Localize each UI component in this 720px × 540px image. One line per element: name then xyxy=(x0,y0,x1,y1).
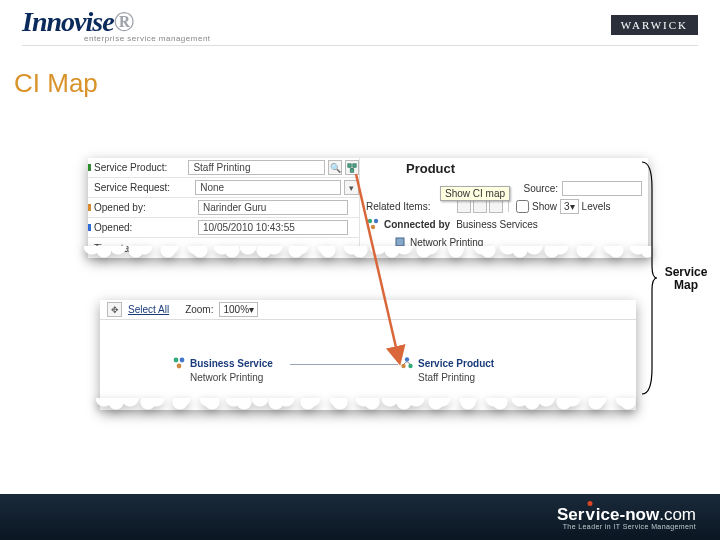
label-opened: Opened: xyxy=(94,222,132,233)
map-icon[interactable] xyxy=(489,199,503,213)
right-panel-title: Product xyxy=(366,158,648,179)
label-service-request: Service Request: xyxy=(94,182,170,193)
svg-point-4 xyxy=(374,219,378,223)
connected-icon xyxy=(366,217,380,231)
label-timestamp: Timestamp: xyxy=(94,243,146,254)
label-opened-by: Opened by: xyxy=(94,202,146,213)
service-product-icon xyxy=(400,356,414,370)
tooltip-show-ci-map: Show CI map xyxy=(440,186,510,201)
svg-point-8 xyxy=(180,358,185,363)
subnode-link[interactable]: Network Printing xyxy=(410,237,483,248)
show-checkbox[interactable] xyxy=(516,200,529,213)
svg-rect-0 xyxy=(348,163,351,166)
business-service-icon xyxy=(172,356,186,370)
tree-icon[interactable] xyxy=(473,199,487,213)
svg-point-12 xyxy=(408,364,412,368)
node-icon xyxy=(394,236,406,248)
field-service-product[interactable]: Staff Printing xyxy=(188,160,325,175)
levels-select[interactable]: 3 ▾ xyxy=(560,199,579,214)
connected-value[interactable]: Business Services xyxy=(456,219,538,230)
node-business-service[interactable]: Business Service Network Printing xyxy=(172,356,273,383)
warwick-badge: WARWICK xyxy=(611,15,698,35)
label-levels: Levels xyxy=(582,201,611,212)
form-screenshot: Service Product: Staff Printing 🔍 Servic… xyxy=(88,158,648,258)
field-source[interactable] xyxy=(562,181,642,196)
label-zoom: Zoom: xyxy=(185,304,213,315)
slide-header: Innovise® enterprise service management … xyxy=(0,0,720,45)
field-opened-by[interactable]: Narinder Guru xyxy=(198,200,348,215)
node-service-product-sub: Staff Printing xyxy=(418,372,494,383)
svg-point-7 xyxy=(174,358,179,363)
relation-line xyxy=(290,364,398,365)
svg-rect-6 xyxy=(396,238,404,246)
map-screenshot: ✥ Select All Zoom: 100% ▾ Business Servi… xyxy=(100,300,636,410)
zoom-select[interactable]: 100% ▾ xyxy=(219,302,258,317)
label-connected-by: Connected by xyxy=(384,219,450,230)
cursor-icon[interactable]: ✥ xyxy=(107,302,122,317)
svg-point-9 xyxy=(177,364,182,369)
node-service-product[interactable]: Service Product Staff Printing xyxy=(400,356,494,383)
label-show: Show xyxy=(532,201,557,212)
label-service-product: Service Product: xyxy=(94,162,167,173)
svg-point-5 xyxy=(371,225,375,229)
field-service-request[interactable]: None xyxy=(195,180,341,195)
field-opened[interactable]: 10/05/2010 10:43:55 xyxy=(198,220,348,235)
search-icon[interactable]: 🔍 xyxy=(328,160,342,175)
innovise-logo: Innovise® enterprise service management xyxy=(22,6,211,43)
list-icon[interactable] xyxy=(457,199,471,213)
select-all-link[interactable]: Select All xyxy=(128,304,169,315)
node-business-service-sub: Network Printing xyxy=(190,372,273,383)
slide-footer: Service-now.com The Leader in IT Service… xyxy=(0,494,720,540)
svg-rect-1 xyxy=(353,163,356,166)
servicenow-logo: Service-now.com xyxy=(557,505,696,524)
svg-point-10 xyxy=(405,357,409,361)
dropdown-icon[interactable]: ▾ xyxy=(344,180,359,195)
svg-point-11 xyxy=(401,364,405,368)
label-source: Source: xyxy=(524,183,558,194)
svg-point-3 xyxy=(368,219,372,223)
ci-map-icon[interactable] xyxy=(345,160,359,175)
svg-rect-2 xyxy=(350,168,353,171)
label-related-items: Related Items: xyxy=(366,201,456,212)
callout-label: Service Map xyxy=(656,266,716,292)
page-title: CI Map xyxy=(0,56,720,111)
